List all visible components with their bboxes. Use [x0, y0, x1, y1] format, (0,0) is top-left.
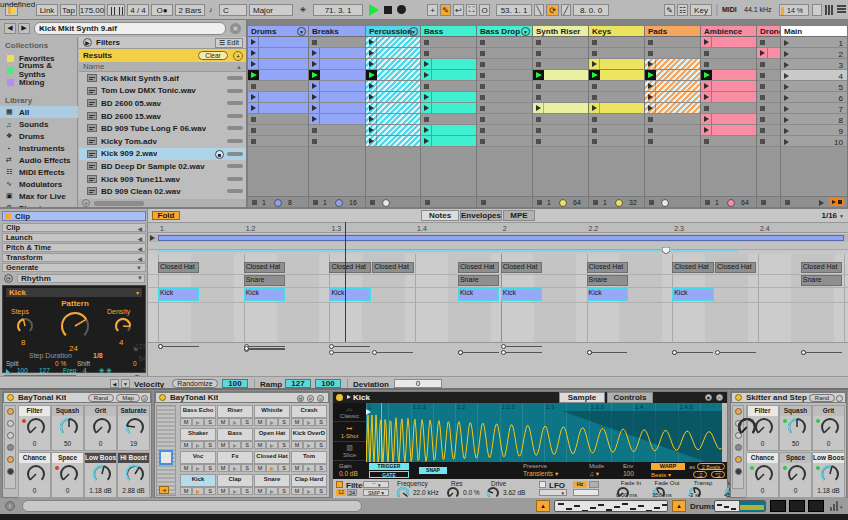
pad-solo-button[interactable]: S	[204, 464, 216, 472]
file-row[interactable]: Tom Low DMX Tonic.wav	[79, 85, 246, 98]
device-thumb-0[interactable]	[770, 500, 786, 512]
clip-slot[interactable]	[248, 136, 308, 147]
clip-slot[interactable]	[589, 59, 644, 70]
velocity-marker[interactable]	[501, 350, 506, 355]
clip-launch-icon[interactable]	[424, 61, 429, 67]
start-flag-icon[interactable]	[366, 409, 371, 415]
clip-slot[interactable]	[533, 59, 588, 70]
pad-solo-button[interactable]: S	[278, 487, 290, 495]
clip-slot[interactable]	[701, 136, 756, 147]
file-row[interactable]: BD 2600 05.wav	[79, 97, 246, 110]
clip-slot[interactable]	[589, 136, 644, 147]
clip-slot[interactable]	[366, 125, 420, 136]
clip-slot[interactable]	[366, 114, 420, 125]
clip-slot[interactable]	[421, 92, 476, 103]
pad-mute-button[interactable]: M	[217, 487, 229, 495]
pad-mute-button[interactable]: M	[217, 464, 229, 472]
clip-stop-icon[interactable]	[536, 40, 541, 45]
clip-launch-icon[interactable]	[648, 83, 653, 89]
track-header[interactable]: Drone	[757, 26, 780, 37]
clip-slot[interactable]	[701, 59, 756, 70]
pad-solo-button[interactable]: S	[204, 441, 216, 449]
pad-play-button[interactable]	[192, 464, 204, 472]
clip-slot[interactable]	[421, 125, 476, 136]
clip-slot[interactable]	[366, 136, 420, 147]
midi-note[interactable]: Kick	[672, 288, 713, 301]
clip-slot[interactable]	[701, 48, 756, 59]
clip[interactable]	[366, 103, 420, 113]
time-signature-field[interactable]: 4 / 4	[127, 4, 149, 16]
midi-note[interactable]: Closed Hat	[672, 262, 713, 273]
clip-slot[interactable]	[645, 125, 700, 136]
midi-note[interactable]: Closed Hat	[372, 262, 413, 273]
clip[interactable]	[309, 48, 365, 58]
velocity-marker[interactable]	[372, 350, 377, 355]
clip-slot[interactable]	[589, 92, 644, 103]
track-fold-icon[interactable]: ▼	[297, 27, 306, 36]
clip-stop-icon[interactable]	[536, 51, 541, 56]
scene-launch-icon[interactable]	[784, 128, 789, 134]
slope-24-button[interactable]: 24	[347, 489, 357, 496]
macro-knob[interactable]	[91, 463, 113, 485]
pad-play-button[interactable]	[303, 464, 315, 472]
clip-stop-icon[interactable]	[480, 62, 485, 67]
macro-value[interactable]: 0	[19, 440, 50, 447]
drum-pad-kick[interactable]: KickMS	[180, 474, 216, 496]
clip[interactable]	[701, 114, 756, 124]
clip-stop-icon[interactable]	[480, 139, 485, 144]
pad-play-mini-icon[interactable]	[347, 395, 351, 399]
clip-slot[interactable]	[248, 70, 308, 81]
clip-launch-icon[interactable]	[704, 94, 709, 100]
clip-launch-icon[interactable]	[369, 138, 374, 144]
clip-slot[interactable]	[533, 48, 588, 59]
drum-pad-clap[interactable]: ClapMS	[217, 474, 253, 496]
pad-name[interactable]: Kick OverD	[291, 428, 327, 441]
clip-slot[interactable]	[366, 70, 420, 81]
scene-slot[interactable]: 6	[781, 92, 847, 103]
record-button[interactable]	[397, 5, 406, 14]
clip-stop-icon[interactable]	[424, 84, 429, 89]
strip-icon-3[interactable]	[7, 444, 14, 451]
midi-note[interactable]: Closed Hat	[715, 262, 756, 273]
snap-button[interactable]: SNAP	[419, 467, 447, 474]
velocity-stem[interactable]	[503, 352, 542, 353]
pad-name[interactable]: Open Hat	[254, 428, 290, 441]
velocity-marker[interactable]	[715, 350, 720, 355]
velocity-marker[interactable]	[329, 350, 334, 355]
clip-stop-icon[interactable]	[480, 40, 485, 45]
track-header[interactable]: Percussion▼	[366, 26, 420, 37]
clip-launch-icon[interactable]	[312, 50, 317, 56]
root-note-menu[interactable]: C	[219, 4, 247, 16]
macro-value[interactable]: 0	[780, 487, 811, 494]
groove-amount[interactable]: O●	[151, 4, 173, 16]
scroll-left-icon[interactable]: +	[82, 199, 90, 207]
pad-solo-button[interactable]: S	[315, 441, 327, 449]
clip[interactable]	[421, 59, 476, 69]
clip-slot[interactable]	[366, 81, 420, 92]
clip-slot[interactable]	[757, 125, 780, 136]
clip-slot[interactable]	[645, 136, 700, 147]
midi-note[interactable]: Snare	[587, 275, 628, 286]
file-row[interactable]: Kick 909 Tune11.wav	[79, 173, 246, 186]
freq-value[interactable]: 4	[83, 367, 87, 374]
clip-stop-button[interactable]	[481, 200, 486, 205]
pad-name[interactable]: Bass Echo	[180, 405, 216, 418]
clip-slot[interactable]	[757, 70, 780, 81]
midi-note[interactable]: Kick	[458, 288, 499, 301]
midi-note[interactable]: Kick	[501, 288, 542, 301]
pad-name[interactable]: Riser	[217, 405, 253, 418]
velocity-stem[interactable]	[374, 352, 413, 353]
clip-stop-icon[interactable]	[648, 51, 653, 56]
clip-stop-button[interactable]	[593, 200, 598, 205]
clip[interactable]	[366, 114, 420, 124]
cpu-meter[interactable]: 14 %	[779, 4, 809, 16]
clip-launch-icon[interactable]	[251, 39, 256, 45]
device-on-toggle[interactable]	[159, 394, 166, 401]
clip[interactable]	[421, 70, 476, 80]
macro-icon[interactable]	[836, 395, 843, 402]
pad-name[interactable]: Clap	[217, 474, 253, 487]
device-thumb-1[interactable]	[789, 500, 805, 512]
track-header[interactable]: Bass Drop▼	[477, 26, 532, 37]
scene-launch-icon[interactable]	[784, 95, 789, 101]
clip-launch-icon[interactable]	[369, 94, 374, 100]
